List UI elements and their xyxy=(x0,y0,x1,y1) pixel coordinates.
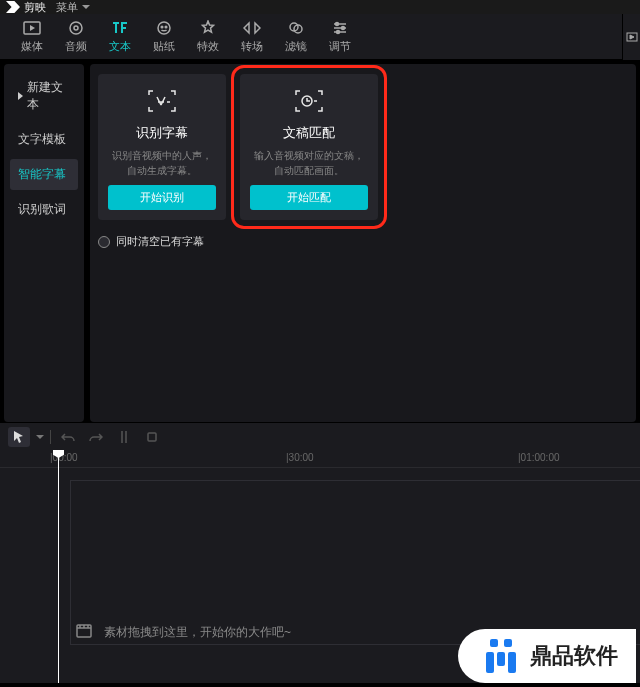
svg-point-2 xyxy=(74,26,78,30)
watermark: 鼎品软件 xyxy=(458,629,636,683)
watermark-text: 鼎品软件 xyxy=(530,641,618,671)
ruler-mark: |30:00 xyxy=(286,452,314,463)
svg-point-9 xyxy=(342,26,345,29)
sidebar-item-new-text[interactable]: 新建文本 xyxy=(10,72,78,120)
tab-transition[interactable]: 转场 xyxy=(230,14,274,59)
card-match-script: 文稿匹配 输入音视频对应的文稿，自动匹配画面。 开始匹配 xyxy=(240,74,378,220)
time-ruler[interactable]: |00:00 |30:00 |01:00:00 xyxy=(0,450,640,468)
text-icon xyxy=(111,20,129,36)
timeline-toolbar xyxy=(0,422,640,450)
app-logo: 剪映 xyxy=(6,0,46,15)
effect-icon xyxy=(199,20,217,36)
tab-filter[interactable]: 滤镜 xyxy=(274,14,318,59)
right-panel-stub xyxy=(622,14,640,60)
app-name: 剪映 xyxy=(24,0,46,15)
undo-button[interactable] xyxy=(57,427,79,447)
svg-point-10 xyxy=(337,30,340,33)
checkbox-icon xyxy=(98,236,110,248)
separator xyxy=(50,430,51,444)
chevron-down-icon xyxy=(82,5,90,9)
delete-button[interactable] xyxy=(141,427,163,447)
card-desc: 识别音视频中的人声，自动生成字幕。 xyxy=(108,148,216,185)
timeline-hint: 素材拖拽到这里，开始你的大作吧~ xyxy=(76,624,291,641)
transition-icon xyxy=(243,20,261,36)
sidebar-item-template[interactable]: 文字模板 xyxy=(10,124,78,155)
svg-point-3 xyxy=(158,22,170,34)
start-match-button[interactable]: 开始匹配 xyxy=(250,185,368,210)
tab-text[interactable]: 文本 xyxy=(98,14,142,59)
sidebar: 新建文本 文字模板 智能字幕 识别歌词 xyxy=(4,64,84,422)
card-row: 识别字幕 识别音视频中的人声，自动生成字幕。 开始识别 文稿匹配 输入音视频对应… xyxy=(98,74,628,220)
chevron-down-icon xyxy=(36,435,44,439)
watermark-logo-icon xyxy=(486,639,520,673)
media-icon xyxy=(23,20,41,36)
clip-icon xyxy=(76,624,92,641)
clear-subtitles-checkbox[interactable]: 同时清空已有字幕 xyxy=(98,234,628,249)
adjust-icon xyxy=(331,20,349,36)
track-area[interactable] xyxy=(70,480,640,645)
split-button[interactable] xyxy=(113,427,135,447)
ruler-mark: |01:00:00 xyxy=(518,452,560,463)
card-title: 文稿匹配 xyxy=(283,124,335,142)
tab-effect[interactable]: 特效 xyxy=(186,14,230,59)
svg-point-8 xyxy=(336,22,339,25)
tab-media[interactable]: 媒体 xyxy=(10,14,54,59)
card-desc: 输入音视频对应的文稿，自动匹配画面。 xyxy=(250,148,368,185)
filter-icon xyxy=(287,20,305,36)
tool-tabs: 媒体 音频 文本 贴纸 特效 转场 滤镜 调节 xyxy=(0,14,640,60)
tab-sticker[interactable]: 贴纸 xyxy=(142,14,186,59)
titlebar: 剪映 菜单 xyxy=(0,0,640,14)
sidebar-item-smart-sub[interactable]: 智能字幕 xyxy=(10,159,78,190)
svg-point-4 xyxy=(161,26,163,28)
sticker-icon xyxy=(155,20,173,36)
match-icon xyxy=(294,88,324,114)
svg-rect-13 xyxy=(148,433,156,441)
menu-label: 菜单 xyxy=(56,0,78,15)
audio-icon xyxy=(67,20,85,36)
svg-point-5 xyxy=(165,26,167,28)
svg-point-1 xyxy=(70,22,82,34)
recognize-icon xyxy=(147,88,177,114)
card-recognize-subtitle: 识别字幕 识别音视频中的人声，自动生成字幕。 开始识别 xyxy=(98,74,226,220)
menu-button[interactable]: 菜单 xyxy=(56,0,90,15)
caret-right-icon xyxy=(18,92,23,100)
app-logo-icon xyxy=(6,1,20,13)
card-title: 识别字幕 xyxy=(136,124,188,142)
checkbox-label: 同时清空已有字幕 xyxy=(116,234,204,249)
start-recognize-button[interactable]: 开始识别 xyxy=(108,185,216,210)
tab-adjust[interactable]: 调节 xyxy=(318,14,362,59)
pointer-tool[interactable] xyxy=(8,427,30,447)
main-panel: 新建文本 文字模板 智能字幕 识别歌词 识别字幕 识别音视频中的人声，自动生成字… xyxy=(0,60,640,422)
tab-audio[interactable]: 音频 xyxy=(54,14,98,59)
content-panel: 识别字幕 识别音视频中的人声，自动生成字幕。 开始识别 文稿匹配 输入音视频对应… xyxy=(90,64,636,422)
sidebar-item-lyrics[interactable]: 识别歌词 xyxy=(10,194,78,225)
redo-button[interactable] xyxy=(85,427,107,447)
playhead[interactable] xyxy=(58,450,59,683)
